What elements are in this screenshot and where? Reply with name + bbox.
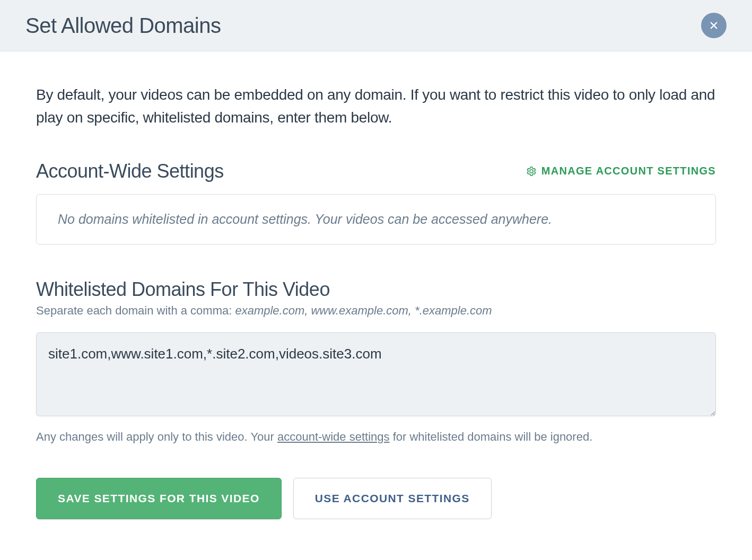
manage-account-settings-label: MANAGE ACCOUNT SETTINGS <box>541 165 716 177</box>
close-icon <box>709 21 719 30</box>
use-account-settings-button[interactable]: USE ACCOUNT SETTINGS <box>293 478 492 519</box>
account-wide-settings-link[interactable]: account-wide settings <box>277 430 390 443</box>
modal-body: By default, your videos can be embedded … <box>0 51 752 546</box>
video-domains-subheading: Separate each domain with a comma: examp… <box>36 304 716 318</box>
intro-text: By default, your videos can be embedded … <box>36 83 716 129</box>
modal-header: Set Allowed Domains <box>0 0 752 51</box>
account-settings-heading: Account-Wide Settings <box>36 160 224 182</box>
gear-icon <box>526 166 537 177</box>
button-row: SAVE SETTINGS FOR THIS VIDEO USE ACCOUNT… <box>36 478 716 519</box>
note-prefix: Any changes will apply only to this vide… <box>36 430 277 443</box>
whitelisted-domains-input[interactable] <box>36 332 716 416</box>
account-settings-header: Account-Wide Settings MANAGE ACCOUNT SET… <box>36 160 716 182</box>
account-domains-empty-message: No domains whitelisted in account settin… <box>36 194 716 244</box>
video-domains-heading: Whitelisted Domains For This Video <box>36 278 716 301</box>
close-button[interactable] <box>701 13 727 38</box>
subheading-prefix: Separate each domain with a comma: <box>36 304 235 317</box>
modal-title: Set Allowed Domains <box>25 14 221 38</box>
subheading-example: example.com, www.example.com, *.example.… <box>235 304 492 317</box>
video-domains-note: Any changes will apply only to this vide… <box>36 430 716 444</box>
manage-account-settings-link[interactable]: MANAGE ACCOUNT SETTINGS <box>526 165 716 177</box>
save-settings-button[interactable]: SAVE SETTINGS FOR THIS VIDEO <box>36 478 282 519</box>
note-suffix: for whitelisted domains will be ignored. <box>390 430 593 443</box>
